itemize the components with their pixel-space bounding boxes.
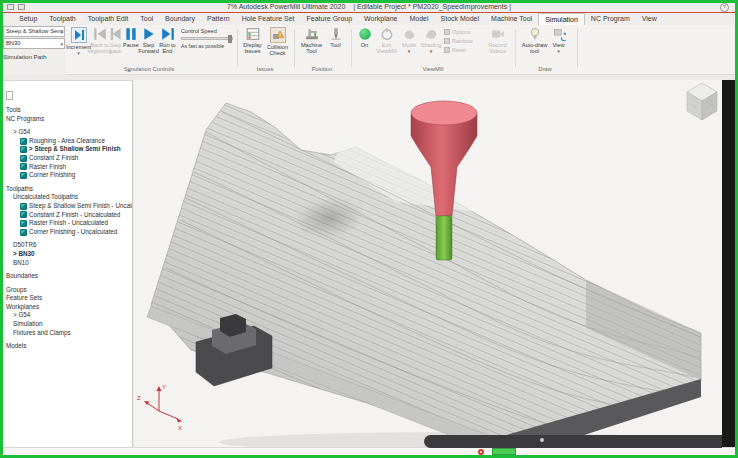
skip-to-end-icon (161, 27, 175, 41)
help-icon[interactable]: ? (720, 3, 729, 12)
machine-tool-button[interactable]: Machine Tool (298, 27, 325, 71)
tree-item[interactable]: > G54 (3, 128, 132, 137)
tree-item[interactable]: Raster Finish - Uncalculated (3, 219, 132, 228)
tree-item[interactable]: Groups (3, 286, 132, 295)
tree-item-label: Corner Finishing (29, 171, 75, 180)
tree-item[interactable]: Fixtures and Clamps (3, 329, 132, 338)
tree-item[interactable]: Boundaries (3, 272, 132, 281)
simulation-path-label: Simulation Path (3, 53, 65, 60)
group-separator (294, 29, 295, 67)
tree-item[interactable]: Simulation (3, 320, 132, 329)
powermill-window: { "window": { "title": "7% Autodesk Powe… (0, 0, 738, 458)
viewmill-on-icon (358, 27, 372, 41)
tab-view[interactable]: View (636, 13, 663, 25)
tree-item-label: Raster Finish - Uncalculated (29, 219, 108, 228)
tab-machine-tool[interactable]: Machine Tool (485, 13, 538, 25)
tab-toolpath[interactable]: Toolpath (43, 13, 81, 25)
tree-item[interactable]: Uncalculated Toolpaths (3, 193, 132, 202)
draw-view-button[interactable]: View ▾ (549, 27, 568, 71)
viewmill-rainbow-button[interactable]: Rainbow (444, 38, 482, 44)
chevron-down-icon: ▾ (557, 49, 560, 53)
slider-thumb[interactable] (228, 35, 232, 43)
viewmill-shading-button[interactable]: Shading ▾ (420, 27, 442, 71)
tree-item[interactable]: BN10 (3, 259, 132, 268)
view-cube[interactable] (687, 83, 717, 120)
tree-item[interactable]: NC Programs (3, 115, 132, 124)
tree-item[interactable]: Steep & Shallow Semi Finish - Uncalculat… (3, 202, 132, 211)
chevron-down-icon: ▾ (77, 51, 80, 55)
toolpath-icon (20, 163, 27, 170)
tree-item-label: > BN30 (13, 250, 35, 259)
machining-scene: Y X Z (134, 80, 722, 447)
tree-item[interactable]: Workplanes (3, 303, 132, 312)
tab-nc-program[interactable]: NC Program (585, 13, 636, 25)
auto-draw-tool-button[interactable]: Auto-draw tool (521, 27, 548, 71)
tree-item-label: NC Programs (6, 115, 44, 124)
viewmill-reset-button[interactable]: Reset (444, 47, 482, 53)
tab-boundary[interactable]: Boundary (159, 13, 201, 25)
record-videos-button[interactable]: Record Videos (484, 27, 511, 71)
axis-label-z: Z (137, 395, 141, 401)
run-to-end-button[interactable]: Run to End (158, 27, 177, 71)
close-icon[interactable]: × (124, 66, 134, 76)
tree-item[interactable]: Raster Finish (3, 163, 132, 172)
exit-viewmill-button[interactable]: Exit ViewMill (375, 27, 398, 71)
tab-pattern[interactable]: Pattern (201, 13, 236, 25)
tab-setup[interactable]: Setup (13, 13, 43, 25)
speed-slider[interactable] (181, 37, 233, 40)
tree-item[interactable]: > BN30 (3, 250, 132, 259)
tree-item[interactable]: Constant Z Finish - Uncalculated (3, 211, 132, 220)
tree-item-label: > G54 (13, 311, 30, 320)
window-title: 7% Autodesk PowerMill Ultimate 2020 (227, 3, 345, 10)
viewmill-options-button[interactable]: Options (444, 29, 482, 35)
back-to-beginning-button[interactable]: Back to beginning (91, 27, 108, 71)
tab-feature-group[interactable]: Feature Group (301, 13, 359, 25)
tab-model[interactable]: Model (403, 13, 434, 25)
explorer-panel: ToolsNC Programs> G54Roughing - Area Cle… (3, 80, 133, 447)
tree-item-label: Toolpaths (6, 185, 33, 194)
viewmill-mode-button[interactable]: Mode ▾ (399, 27, 419, 71)
tree-item[interactable]: Toolpaths (3, 185, 132, 194)
chevron-down-icon: ▾ (408, 49, 411, 53)
tab-simulation[interactable]: Simulation (538, 13, 585, 25)
tree-item-label: Workplanes (6, 303, 39, 312)
tree-item[interactable]: > Steep & Shallow Semi Finish (3, 145, 132, 154)
tool-position-button[interactable]: Tool (326, 27, 345, 71)
issues-table-icon (246, 27, 260, 41)
tree-item[interactable]: Models (3, 342, 132, 351)
tab-workplane[interactable]: Workplane (358, 13, 403, 25)
tree-item[interactable]: Corner Finishing - Uncalculated (3, 228, 132, 237)
tree-item[interactable]: Roughing - Area Clearance (3, 137, 132, 146)
step-forward-button[interactable]: Step Forward (139, 27, 158, 71)
group-label-simulation-controls: Simulation Controls (65, 66, 233, 72)
axis-triad: Y X Z (137, 384, 182, 431)
viewport-3d[interactable]: Y X Z (134, 80, 722, 447)
group-label-viewmill: ViewMill (353, 66, 513, 72)
tree-item-label: > Steep & Shallow Semi Finish (29, 145, 121, 154)
tree-item[interactable]: D50TR6 (3, 241, 132, 250)
tree-item-label: Uncalculated Toolpaths (13, 193, 78, 202)
title-bar: 7% Autodesk PowerMill Ultimate 2020 | Ed… (3, 3, 735, 12)
tree-item-label: Constant Z Finish - Uncalculated (29, 211, 120, 220)
tool-combo[interactable]: BN30 ▾ (3, 38, 65, 49)
step-back-button[interactable]: Step back (108, 27, 123, 71)
tree-item[interactable]: Tools (3, 106, 132, 115)
viewmill-on-button[interactable]: On (355, 27, 374, 71)
toolpath-combo[interactable]: Steep & Shallow Semi Fi ▾ (3, 26, 65, 37)
tab-tool[interactable]: Tool (134, 13, 159, 25)
machine-view-icon (552, 27, 566, 41)
mode-icon (402, 27, 416, 41)
chevron-down-icon: ▾ (60, 27, 63, 37)
tree-item[interactable]: > G54 (3, 311, 132, 320)
tree-item[interactable]: Constant Z Finish (3, 154, 132, 163)
display-issues-button[interactable]: Display Issues (241, 27, 264, 71)
tab-stock-model[interactable]: Stock Model (435, 13, 486, 25)
taskbar (424, 435, 722, 448)
tree-item[interactable]: Feature Sets (3, 294, 132, 303)
tab-toolpath-edit[interactable]: Toolpath Edit (82, 13, 134, 25)
group-separator (237, 29, 238, 67)
tree-item[interactable]: Corner Finishing (3, 171, 132, 180)
pause-button[interactable]: Pause (123, 27, 139, 71)
tab-hole-feature-set[interactable]: Hole Feature Set (236, 13, 301, 25)
collision-check-button[interactable]: Collision Check (265, 27, 290, 71)
